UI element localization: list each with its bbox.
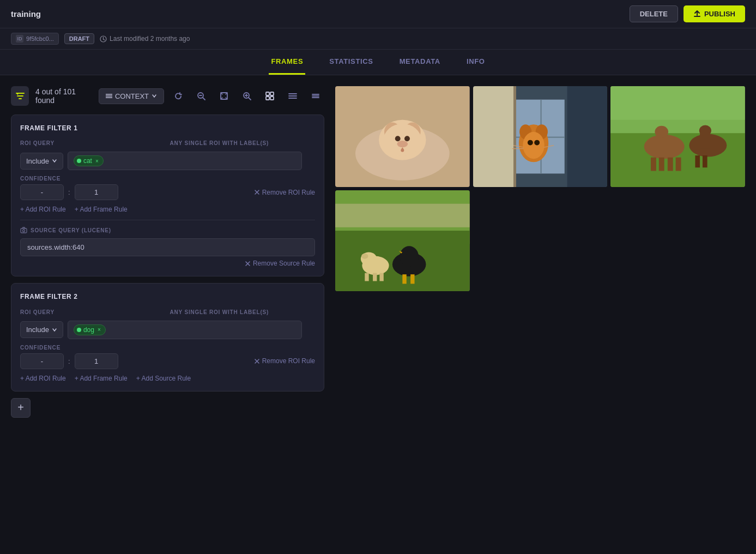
image-4[interactable] [335,190,470,291]
context-button[interactable]: CONTEXT [99,88,164,104]
add-roi-rule-2[interactable]: + Add ROI Rule [20,375,66,382]
label-tags-box-1[interactable]: cat × [68,152,302,170]
source-query-label-row: SOURCE QUERY (LUCENE) [20,227,315,234]
remove-roi-rule-1[interactable]: Remove ROI Rule [254,189,315,196]
x-icon-2 [254,358,260,364]
top-header: training DELETE PUBLISH [0,0,756,28]
add-frame-rule-1[interactable]: + Add Frame Rule [75,206,128,213]
svg-point-40 [404,136,410,141]
svg-point-41 [397,141,408,147]
sort-icon [106,93,112,99]
zoom-in-button[interactable] [238,87,256,105]
cat-tag-close[interactable]: × [95,158,99,164]
trash-icon-2[interactable] [295,292,303,301]
image-3[interactable] [610,86,745,187]
upload-icon [693,10,701,18]
id-icon: ID [16,35,23,43]
header-left: training [11,9,41,19]
source-query-title: SOURCE QUERY (LUCENE) [31,227,111,233]
tab-metadata[interactable]: METADATA [397,50,443,75]
conf-min-2[interactable] [20,353,64,369]
clock-icon [100,35,107,43]
tab-frames[interactable]: FRAMES [269,50,305,75]
add-frame-filter-button[interactable]: + [11,398,31,418]
svg-point-39 [395,136,401,141]
remove-roi-label-2: Remove ROI Rule [262,357,315,365]
image-2[interactable] [473,86,608,187]
include-dropdown-2[interactable]: Include [20,321,63,338]
remove-source-rule-1[interactable]: Remove Source Rule [245,260,315,267]
publish-label: PUBLISH [704,10,735,18]
source-query-section-1: SOURCE QUERY (LUCENE) Remove Source Rule [20,227,315,267]
last-modified-text: Last modified 2 months ago [110,35,190,43]
code-icon-2[interactable] [306,325,315,334]
list-icon [288,92,297,100]
card-header-2: FRAME FILTER 2 [20,292,315,301]
main-content: 4 out of 101 found CONTEXT [0,75,756,429]
dropdown-arrow-1 [52,158,57,164]
id-badge: ID 9f5fcbc0... [11,33,59,45]
add-source-rule-2[interactable]: + Add Source Rule [136,375,191,382]
images-grid [335,86,745,291]
header-right: DELETE PUBLISH [630,5,745,22]
fit-icon [220,92,228,100]
add-rules-row-2: + Add ROI Rule + Add Frame Rule + Add So… [20,375,315,382]
source-query-input-1[interactable] [20,238,315,256]
include-dropdown-1[interactable]: Include [20,153,63,170]
more-options-button[interactable] [307,87,324,105]
roi-labels-row-2: ROI QUERY ANY SINGLE ROI WITH LABEL(S) [20,309,315,318]
label-tags-box-2[interactable]: dog × [68,321,302,339]
trash-icon-1[interactable] [295,124,303,133]
card-actions-1 [295,124,315,133]
refresh-icon [174,92,183,100]
svg-rect-67 [668,158,673,171]
confidence-label-2: CONFIDENCE [20,345,315,351]
add-frame-rule-2[interactable]: + Add Frame Rule [75,375,128,382]
svg-rect-15 [266,92,269,95]
conf-max-1[interactable] [75,184,118,200]
x-icon-source-1 [245,261,251,267]
delete-button[interactable]: DELETE [630,5,678,22]
remove-roi-rule-2[interactable]: Remove ROI Rule [254,357,315,365]
conf-max-2[interactable] [75,353,118,369]
grid-view-button[interactable] [261,87,279,105]
svg-rect-81 [402,274,406,284]
frame-filter-1: FRAME FILTER 1 ROI QUERY [11,115,324,276]
cat-tag-label: cat [83,157,92,165]
draft-badge: DRAFT [64,33,94,44]
refresh-button[interactable] [170,87,187,105]
svg-rect-88 [379,273,383,281]
fit-button[interactable] [215,87,233,105]
svg-rect-82 [410,274,414,284]
collapse-icon-2[interactable] [307,292,315,301]
cat-tag: cat × [74,155,104,166]
svg-rect-72 [695,155,700,167]
image-1[interactable] [335,86,470,187]
conf-min-1[interactable] [20,184,64,200]
card-actions-2 [295,292,315,301]
svg-rect-61 [610,86,745,120]
tab-statistics[interactable]: STATISTICS [327,50,375,75]
collapse-icon-1[interactable] [307,124,315,133]
roi-row-2: Include dog × [20,321,315,339]
hamburger-icon [311,92,320,100]
tab-info[interactable]: INFO [464,50,487,75]
add-roi-rule-1[interactable]: + Add ROI Rule [20,206,66,213]
svg-point-79 [400,246,419,266]
svg-rect-27 [21,228,27,233]
svg-point-52 [523,132,544,159]
svg-point-54 [534,140,540,146]
dog-tag-close[interactable]: × [98,327,101,333]
remove-source-row: Remove Source Rule [20,260,315,267]
svg-point-80 [402,251,408,255]
camera-icon-1 [20,227,27,234]
filter2-title: FRAME FILTER 2 [20,293,78,300]
svg-marker-3 [16,93,19,95]
zoom-out-button[interactable] [192,87,210,105]
roi-query-label-2: ROI QUERY [20,309,166,315]
code-icon-1[interactable] [306,156,315,166]
list-view-button[interactable] [284,87,301,105]
remove-roi-label-1: Remove ROI Rule [262,189,315,196]
roi-labels-row: ROI QUERY ANY SINGLE ROI WITH LABEL(S) [20,140,315,149]
publish-button[interactable]: PUBLISH [684,5,745,22]
